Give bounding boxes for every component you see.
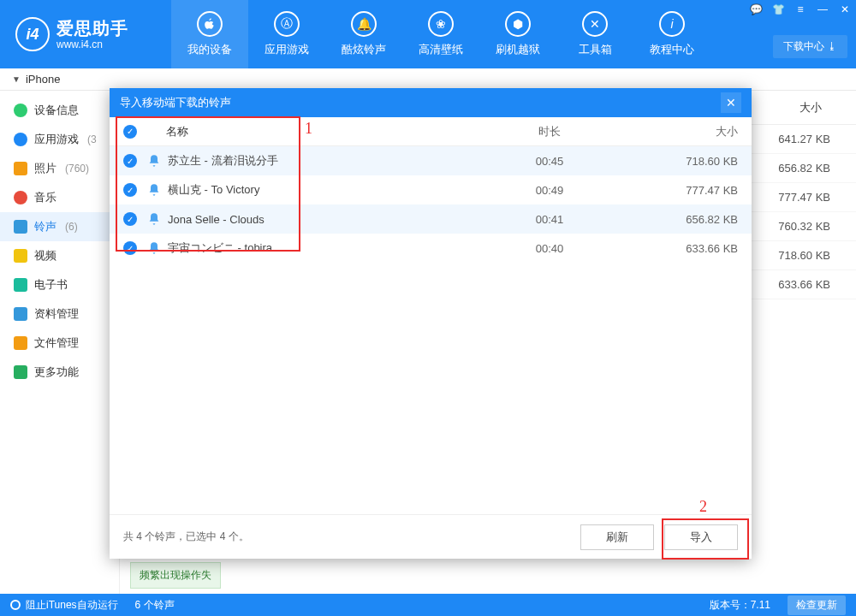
sidebar: 设备信息 应用游戏(3 照片(760) 音乐 铃声(6) 视频 电子书 资料管理… (0, 91, 120, 594)
col-duration-header: 时长 (473, 124, 627, 139)
data-icon (14, 307, 27, 321)
dialog-table-header: ✓ 名称 时长 大小 (110, 117, 752, 146)
bell-icon (147, 183, 161, 197)
more-icon (14, 365, 27, 379)
itunes-toggle[interactable]: 阻止iTunes自动运行 (10, 598, 118, 613)
dialog-body: ✓ 名称 时长 大小 ✓ 苏立生 - 流着泪说分手 00:45 718.60 K… (110, 117, 752, 514)
import-button[interactable]: 导入 (664, 524, 738, 550)
status-count: 6 个铃声 (135, 598, 175, 613)
version-label: 版本号：7.11 (710, 598, 770, 613)
skin-icon[interactable]: 👕 (770, 2, 786, 17)
bell-icon (147, 154, 161, 168)
header-tabs: 我的设备 Ⓐ 应用游戏 🔔 酷炫铃声 ❀ 高清壁纸 ⬢ 刷机越狱 ✕ 工具箱 i… (171, 0, 710, 68)
import-dialog: 导入移动端下载的铃声 ✕ ✓ 名称 时长 大小 ✓ 苏立生 - 流着泪说分手 0… (110, 88, 752, 559)
dialog-row[interactable]: ✓ Jona Selle - Clouds 00:41 656.82 KB (110, 204, 752, 234)
bell-icon (14, 220, 27, 234)
logo-area: i4 爱思助手 www.i4.cn (0, 17, 171, 51)
music-icon (14, 191, 27, 204)
dialog-close-button[interactable]: ✕ (721, 92, 741, 113)
download-center-button[interactable]: 下载中心 ⭳ (773, 35, 847, 58)
row-checkbox[interactable]: ✓ (123, 154, 137, 168)
minimize-icon[interactable]: — (815, 2, 830, 17)
device-name: iPhone (26, 73, 60, 86)
status-bar: 阻止iTunes自动运行 6 个铃声 版本号：7.11 检查更新 (0, 594, 856, 616)
tab-label: 工具箱 (579, 42, 612, 57)
sidebar-item-video[interactable]: 视频 (0, 241, 119, 270)
col-size-header: 大小 (627, 124, 738, 139)
apps-icon: Ⓐ (274, 11, 300, 37)
sidebar-item-music[interactable]: 音乐 (0, 183, 119, 212)
tab-my-device[interactable]: 我的设备 (171, 0, 248, 68)
dialog-footer-text: 共 4 个铃声，已选中 4 个。 (123, 530, 249, 544)
tab-ringtones[interactable]: 🔔 酷炫铃声 (325, 0, 402, 68)
tab-jailbreak[interactable]: ⬢ 刷机越狱 (479, 0, 556, 68)
dialog-row[interactable]: ✓ 横山克 - To Victory 00:49 777.47 KB (110, 175, 752, 204)
video-icon (14, 249, 27, 263)
tools-icon: ✕ (582, 11, 608, 37)
sidebar-item-data[interactable]: 资料管理 (0, 299, 119, 329)
row-checkbox[interactable]: ✓ (123, 212, 137, 226)
tab-tutorials[interactable]: i 教程中心 (633, 0, 710, 68)
row-checkbox[interactable]: ✓ (123, 183, 137, 197)
app-name: 爱思助手 (56, 18, 128, 38)
menu-icon[interactable]: ≡ (793, 2, 808, 17)
photo-icon (14, 162, 27, 175)
row-checkbox[interactable]: ✓ (123, 241, 137, 255)
dialog-footer: 共 4 个铃声，已选中 4 个。 刷新 导入 (110, 514, 752, 559)
tab-toolbox[interactable]: ✕ 工具箱 (556, 0, 633, 68)
bell-icon (147, 212, 161, 226)
sidebar-item-device-info[interactable]: 设备信息 (0, 96, 119, 125)
tab-wallpaper[interactable]: ❀ 高清壁纸 (402, 0, 479, 68)
check-update-button[interactable]: 检查更新 (788, 595, 846, 615)
sidebar-item-photos[interactable]: 照片(760) (0, 154, 119, 183)
annotation-label-1: 1 (305, 120, 312, 138)
sidebar-item-apps[interactable]: 应用游戏(3 (0, 125, 119, 154)
tab-apps[interactable]: Ⓐ 应用游戏 (248, 0, 325, 68)
chevron-down-icon: ▼ (12, 74, 21, 84)
book-icon (14, 278, 27, 292)
dialog-row[interactable]: ✓ 宇宙コンビニ - tobira 00:40 633.66 KB (110, 234, 752, 263)
logo-icon: i4 (15, 17, 50, 51)
bell-icon (147, 241, 161, 255)
apps-icon (14, 133, 27, 146)
refresh-button[interactable]: 刷新 (580, 524, 654, 550)
annotation-label-2: 2 (699, 498, 707, 516)
sidebar-item-ringtones[interactable]: 铃声(6) (0, 212, 119, 241)
box-icon: ⬢ (505, 11, 531, 37)
tab-label: 高清壁纸 (419, 42, 463, 57)
apple-icon (197, 11, 223, 37)
bell-icon: 🔔 (351, 11, 377, 37)
dialog-titlebar: 导入移动端下载的铃声 ✕ (110, 88, 752, 117)
app-url: www.i4.cn (56, 38, 128, 50)
folder-icon (14, 336, 27, 350)
radio-icon (10, 600, 21, 610)
col-size-header: 大小 (800, 100, 822, 116)
tab-label: 我的设备 (187, 42, 232, 57)
info-icon (14, 104, 27, 117)
tab-label: 刷机越狱 (496, 42, 540, 57)
info-icon: i (659, 11, 685, 37)
dialog-row[interactable]: ✓ 苏立生 - 流着泪说分手 00:45 718.60 KB (110, 146, 752, 175)
tab-label: 教程中心 (650, 42, 694, 57)
dialog-title: 导入移动端下载的铃声 (120, 95, 231, 110)
tab-label: 应用游戏 (265, 42, 309, 57)
window-controls: 💬 👕 ≡ — ✕ (748, 2, 853, 17)
sidebar-item-ebook[interactable]: 电子书 (0, 270, 119, 299)
sidebar-item-more[interactable]: 更多功能 (0, 358, 119, 387)
flower-icon: ❀ (428, 11, 454, 37)
hint-banner[interactable]: 频繁出现操作失 (130, 562, 221, 589)
feedback-icon[interactable]: 💬 (748, 2, 764, 17)
sidebar-item-files[interactable]: 文件管理 (0, 329, 119, 358)
app-header: i4 爱思助手 www.i4.cn 我的设备 Ⓐ 应用游戏 🔔 酷炫铃声 ❀ 高… (0, 0, 856, 68)
select-all-checkbox[interactable]: ✓ (123, 125, 137, 139)
close-icon[interactable]: ✕ (837, 2, 853, 17)
tab-label: 酷炫铃声 (342, 42, 386, 57)
